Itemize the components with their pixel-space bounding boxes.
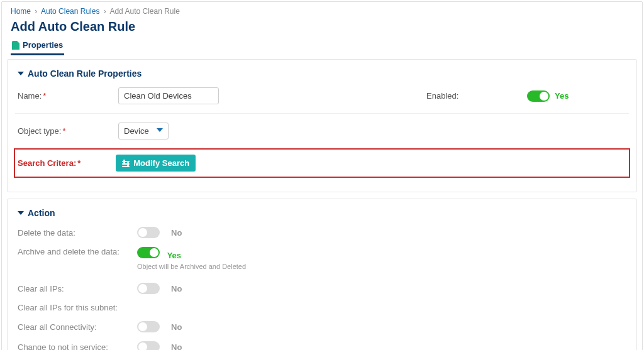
toggle-clear-ips[interactable] <box>137 283 160 294</box>
toggle-delete-data[interactable] <box>137 227 160 238</box>
label-clear-ips: Clear all IPs: <box>18 284 131 293</box>
toggle-delete-data-value: No <box>171 228 182 238</box>
toggle-not-in-service-value: No <box>171 342 182 351</box>
label-clear-ips-subnet: Clear all IPs for this subnet: <box>18 303 131 312</box>
toggle-not-in-service[interactable] <box>137 341 160 350</box>
name-input[interactable] <box>118 87 219 104</box>
label-search-criteria: Search Critera:* <box>18 158 80 168</box>
divider <box>15 113 629 114</box>
document-icon <box>12 41 19 50</box>
panel-rule-properties: Auto Clean Rule Properties Name:* Enable… <box>7 59 637 192</box>
label-enabled: Enabled: <box>426 91 527 101</box>
toggle-archive-delete-value: Yes <box>167 251 181 260</box>
search-criteria-highlight: Search Critera:* Modify Search <box>14 148 630 178</box>
chevron-down-icon <box>18 72 24 75</box>
panel-header-properties[interactable]: Auto Clean Rule Properties <box>18 68 626 79</box>
toggle-enabled-value: Yes <box>555 91 569 101</box>
sliders-icon <box>122 160 130 167</box>
breadcrumb-current: Add Auto Clean Rule <box>109 7 179 16</box>
modify-search-button[interactable]: Modify Search <box>116 155 196 172</box>
panel-title: Action <box>28 208 55 218</box>
select-value: Device <box>124 126 149 136</box>
panel-header-action[interactable]: Action <box>18 208 626 218</box>
breadcrumb-sep: › <box>104 7 106 16</box>
button-label: Modify Search <box>133 158 189 168</box>
breadcrumb: Home › Auto Clean Rules › Add Auto Clean… <box>2 2 642 18</box>
required-icon: * <box>43 91 46 101</box>
toggle-clear-connectivity-value: No <box>171 322 182 332</box>
page-title: Add Auto Clean Rule <box>2 18 642 40</box>
breadcrumb-home[interactable]: Home <box>11 7 31 16</box>
label-object-type: Object type:* <box>18 126 112 136</box>
tab-label: Properties <box>23 40 63 50</box>
chevron-down-icon <box>157 128 163 132</box>
breadcrumb-sep: › <box>35 7 37 16</box>
breadcrumb-rules[interactable]: Auto Clean Rules <box>41 7 99 16</box>
label-delete-data: Delete the data: <box>18 228 131 238</box>
object-type-select[interactable]: Device <box>118 123 169 139</box>
chevron-down-icon <box>18 211 24 215</box>
hint-archive-delete: Object will be Archived and Deleted <box>137 263 246 270</box>
required-icon: * <box>77 158 80 168</box>
panel-title: Auto Clean Rule Properties <box>28 68 142 79</box>
label-not-in-service: Change to not in service: <box>18 342 131 351</box>
toggle-clear-connectivity[interactable] <box>137 321 160 332</box>
toggle-archive-delete[interactable] <box>137 247 160 258</box>
label-clear-connectivity: Clear all Connectivity: <box>18 322 131 332</box>
label-archive-delete: Archive and delete the data: <box>18 247 131 256</box>
label-name: Name:* <box>18 91 112 101</box>
toggle-clear-ips-value: No <box>171 284 182 293</box>
required-icon: * <box>62 126 65 136</box>
panel-action: Action Delete the data: No Archive and d… <box>7 199 637 350</box>
toggle-enabled[interactable] <box>527 90 550 102</box>
tab-properties[interactable]: Properties <box>11 40 64 55</box>
